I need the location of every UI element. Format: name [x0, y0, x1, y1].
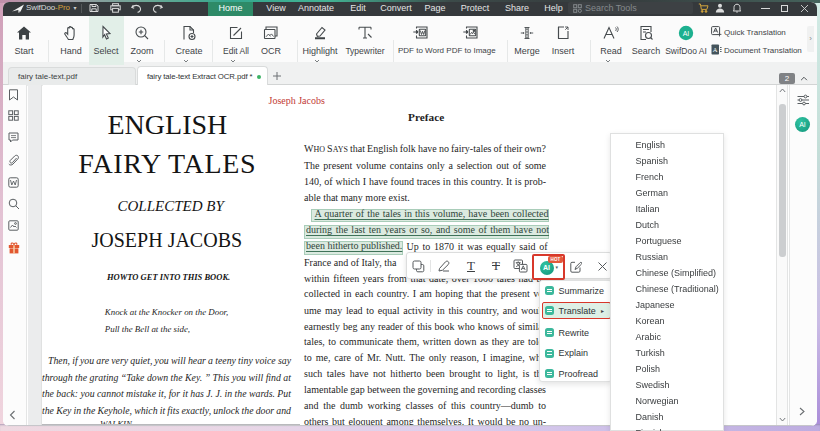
svg-text:AI: AI [683, 30, 690, 37]
svg-text:A: A [713, 46, 718, 53]
